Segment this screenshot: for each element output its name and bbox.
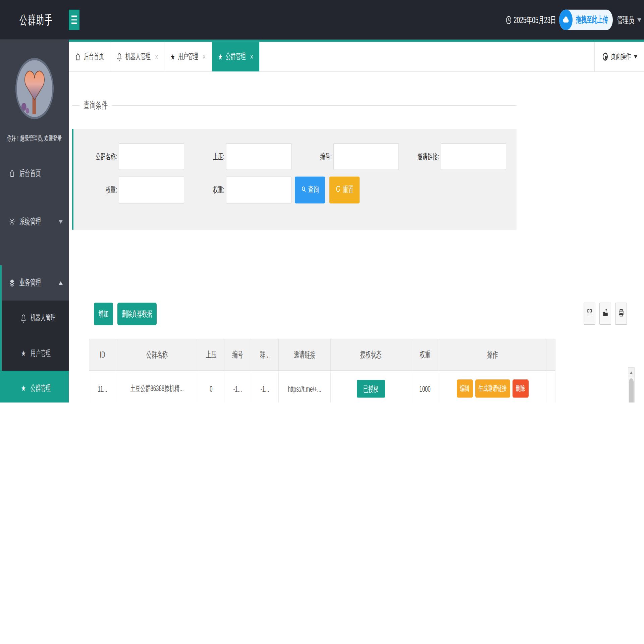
star-icon	[20, 384, 26, 392]
query-input-0[interactable]	[119, 143, 184, 170]
clock-icon	[505, 15, 512, 25]
table-body: 11...土豆公群86388原机精...0-1...-1...https://t…	[89, 371, 555, 402]
cell-weight: 1000	[411, 371, 439, 402]
column-header	[546, 339, 555, 370]
delete-real-group-data-button[interactable]: 删除真群数据	[117, 303, 157, 325]
print-button[interactable]	[615, 303, 627, 325]
tab-close-icon[interactable]	[250, 52, 253, 61]
reset-button-label: 重置	[343, 184, 354, 196]
avatar	[15, 58, 54, 119]
tab-close-icon[interactable]	[155, 52, 158, 61]
scroll-up-arrow-icon[interactable]	[628, 368, 634, 377]
query-panel: 查询 重置 公群名称:上压:编号:邀请链接:权重:权重:	[72, 129, 517, 230]
sidebar-subitem-label: 公群管理	[31, 383, 51, 393]
app: 公群助手 2025年05月23日 拖拽至此上传 管理员	[0, 0, 644, 402]
cell-id: 11...	[89, 371, 116, 402]
tab-2[interactable]: 用户管理	[164, 42, 212, 71]
current-date: 2025年05月23日	[514, 14, 556, 26]
bell-icon	[116, 52, 122, 61]
cell-empty	[546, 371, 555, 402]
star-icon	[170, 53, 175, 61]
column-header: 邀请链接	[279, 339, 331, 370]
query-section-header: 查询条件	[72, 99, 517, 111]
export-icon	[602, 308, 608, 319]
query-input-4[interactable]	[119, 176, 184, 203]
tab-1[interactable]: 机器人管理	[110, 42, 164, 71]
delete-button[interactable]: 删除	[513, 379, 529, 397]
query-input-2[interactable]	[333, 143, 399, 170]
sidebar-subitem-label: 机器人管理	[31, 313, 56, 323]
tab-label: 公群管理	[226, 52, 246, 62]
hamburger-menu-button[interactable]	[69, 10, 79, 30]
user-menu-label[interactable]: 管理员	[617, 14, 634, 26]
search-icon	[301, 185, 306, 195]
reset-button[interactable]: 重置	[329, 176, 360, 203]
query-input-5[interactable]	[226, 176, 291, 203]
main-content: 查询条件 查询 重置 公群名称:上压:编号:邀请链接:权重:权重: 增加 删除真…	[69, 72, 644, 402]
column-header: 操作	[439, 339, 546, 370]
scrollbar-thumb[interactable]	[629, 378, 634, 402]
sidebar-subitem-1[interactable]: 用户管理	[2, 336, 69, 371]
cell-qun: -1...	[251, 371, 279, 402]
query-field-4: 权重:	[77, 176, 184, 203]
chevron-down-icon[interactable]	[637, 18, 641, 22]
query-input-1[interactable]	[226, 143, 291, 170]
add-button[interactable]: 增加	[94, 303, 113, 325]
upload-label: 拖拽至此上传	[573, 14, 613, 25]
sidebar-item-0[interactable]: 后台首页	[0, 156, 69, 191]
tab-bar: 后台首页机器人管理用户管理公群管理 页面操作	[69, 40, 644, 72]
tab-label: 用户管理	[178, 52, 198, 62]
sidebar-menu: 后台首页系统管理业务管理机器人管理用户管理公群管理全局配置踢人配置关键词回复	[0, 156, 69, 402]
row-actions: 编辑生成邀请链接删除	[439, 379, 546, 397]
radio-dot-icon	[603, 53, 608, 61]
sidebar-item-1[interactable]: 系统管理	[0, 204, 69, 239]
cell-shangya: 0	[198, 371, 224, 402]
print-icon	[618, 308, 624, 319]
star-icon	[218, 53, 222, 61]
page-actions-dropdown[interactable]: 页面操作	[594, 42, 637, 71]
query-field-2: 编号:	[291, 143, 399, 170]
cell-actions: 编辑生成邀请链接删除	[439, 371, 546, 402]
tab-list: 后台首页机器人管理用户管理公群管理	[69, 42, 260, 71]
query-input-3[interactable]	[441, 143, 506, 170]
status-badge: 已授权	[357, 380, 385, 397]
generate-invite-button[interactable]: 生成邀请链接	[475, 379, 510, 397]
greeting-text: 你好！超级管理员, 欢迎登录	[0, 133, 69, 143]
page-actions-label: 页面操作	[611, 52, 631, 62]
query-field-label: 权重:	[184, 185, 224, 195]
star-icon	[20, 349, 26, 357]
table-vertical-scrollbar[interactable]	[628, 367, 635, 402]
export-button[interactable]	[599, 303, 611, 325]
date-display: 2025年05月23日	[505, 14, 556, 26]
app-title: 公群助手	[19, 0, 53, 40]
layers-icon	[9, 278, 15, 288]
tab-close-icon[interactable]	[203, 52, 206, 61]
sidebar-subitem-0[interactable]: 机器人管理	[2, 301, 69, 336]
sidebar-item-label: 业务管理	[19, 277, 41, 288]
query-field-label: 上压:	[184, 152, 224, 162]
home-icon	[75, 52, 81, 61]
bell-icon	[20, 313, 26, 323]
sidebar-item-2[interactable]: 业务管理	[2, 265, 69, 301]
column-header: ID	[89, 339, 116, 370]
query-field-1: 上压:	[184, 143, 291, 170]
column-header: 权重	[411, 339, 439, 370]
edit-button[interactable]: 编辑	[457, 379, 473, 397]
tab-label: 后台首页	[84, 52, 104, 62]
caret-up-icon	[59, 281, 63, 285]
cell-bianhao: -1...	[224, 371, 251, 402]
top-bar: 公群助手 2025年05月23日 拖拽至此上传 管理员	[0, 0, 644, 40]
sidebar-submenu: 机器人管理用户管理公群管理全局配置踢人配置关键词回复	[2, 301, 69, 402]
refresh-icon	[335, 184, 341, 195]
column-header: 公群名称	[116, 339, 198, 370]
tab-3[interactable]: 公群管理	[212, 42, 260, 71]
tab-0[interactable]: 后台首页	[69, 42, 110, 71]
search-button[interactable]: 查询	[295, 176, 325, 203]
sidebar-subitem-label: 用户管理	[31, 348, 51, 358]
sidebar-subitem-2[interactable]: 公群管理	[2, 371, 69, 402]
search-button-label: 查询	[308, 184, 319, 196]
cloud-upload-icon	[559, 10, 573, 30]
upload-dropzone[interactable]: 拖拽至此上传	[559, 10, 613, 30]
columns-button[interactable]	[584, 303, 595, 325]
table-header-row: ID公群名称上压编号群...邀请链接授权状态权重操作	[89, 339, 555, 370]
